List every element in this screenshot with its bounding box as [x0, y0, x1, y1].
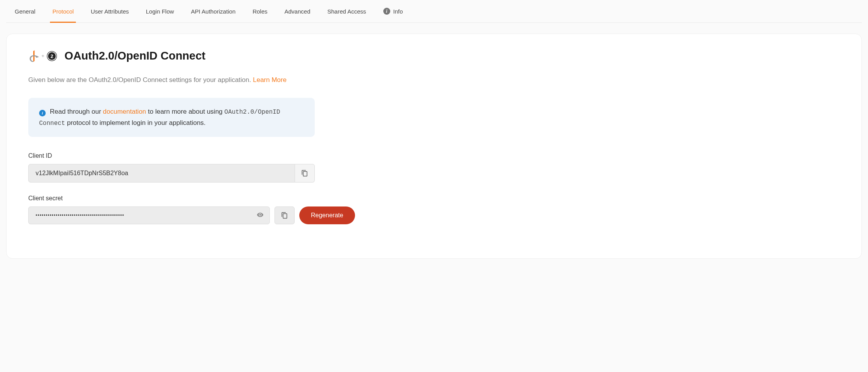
card-title: OAuth2.0/OpenID Connect — [65, 49, 206, 62]
protocol-card: + 2 OAuth2.0/OpenID Connect Given below … — [6, 34, 862, 259]
client-id-label: Client ID — [28, 152, 840, 159]
copy-icon — [281, 212, 288, 219]
tab-user-attributes[interactable]: User Attributes — [88, 0, 131, 22]
tab-api-authorization[interactable]: API Authorization — [189, 0, 238, 22]
toggle-visibility-button[interactable] — [257, 212, 264, 220]
tab-advanced[interactable]: Advanced — [282, 0, 313, 22]
tab-label: Login Flow — [146, 8, 174, 15]
tab-label: General — [15, 8, 35, 15]
client-id-input[interactable] — [28, 164, 295, 183]
copy-icon — [301, 170, 308, 177]
info-icon: i — [39, 110, 46, 116]
banner-text-prefix: Read through our — [48, 108, 103, 115]
tab-login-flow[interactable]: Login Flow — [144, 0, 177, 22]
protocol-logo-group: + 2 — [28, 50, 57, 62]
client-secret-input[interactable] — [28, 206, 270, 224]
tab-info[interactable]: i Info — [381, 0, 405, 22]
description-text: Given below are the OAuth2.0/OpenID Conn… — [28, 76, 253, 84]
info-icon: i — [383, 8, 390, 15]
learn-more-link[interactable]: Learn More — [253, 76, 286, 84]
tab-roles[interactable]: Roles — [250, 0, 269, 22]
openid-icon — [28, 50, 39, 62]
banner-text-mid: to learn more about using — [146, 108, 224, 115]
copy-client-id-button[interactable] — [295, 164, 315, 183]
card-header: + 2 OAuth2.0/OpenID Connect — [28, 49, 840, 62]
client-secret-field: Client secret Regenerate — [28, 195, 840, 224]
banner-text-suffix: protocol to implement login in your appl… — [67, 119, 206, 126]
client-secret-label: Client secret — [28, 195, 840, 202]
tab-label: API Authorization — [191, 8, 235, 15]
tab-label: Shared Access — [327, 8, 366, 15]
svg-text:2: 2 — [50, 53, 53, 59]
eye-icon — [257, 212, 264, 218]
tab-label: Protocol — [52, 8, 74, 15]
info-banner: i Read through our documentation to lear… — [28, 98, 315, 137]
plus-icon: + — [41, 53, 45, 59]
documentation-link[interactable]: documentation — [103, 108, 146, 115]
regenerate-button[interactable]: Regenerate — [299, 206, 355, 224]
tab-shared-access[interactable]: Shared Access — [325, 0, 368, 22]
tab-bar: General Protocol User Attributes Login F… — [6, 0, 862, 23]
tab-general[interactable]: General — [12, 0, 38, 22]
tab-label: User Attributes — [91, 8, 129, 15]
tab-label: Info — [393, 8, 403, 15]
client-id-field: Client ID — [28, 152, 840, 183]
tab-protocol[interactable]: Protocol — [50, 0, 76, 22]
copy-client-secret-button[interactable] — [274, 206, 295, 224]
card-description: Given below are the OAuth2.0/OpenID Conn… — [28, 76, 840, 84]
tab-label: Roles — [252, 8, 267, 15]
tab-label: Advanced — [285, 8, 310, 15]
oauth-icon: 2 — [47, 51, 57, 61]
